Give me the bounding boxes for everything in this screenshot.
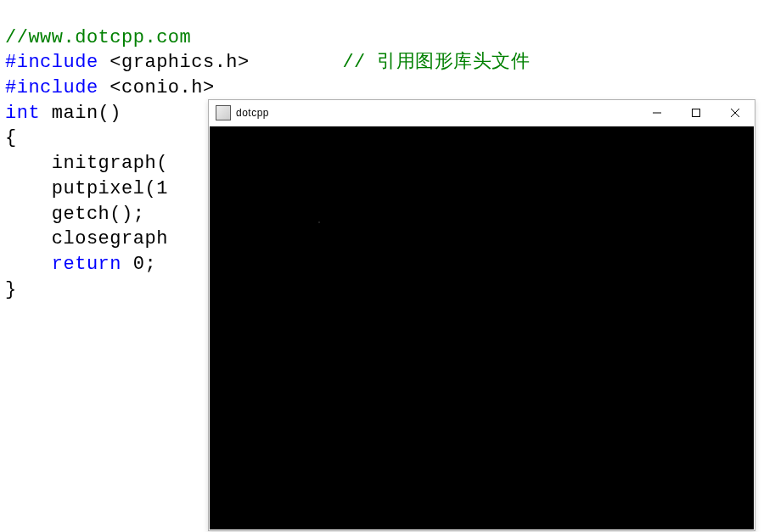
code-statement: closegraph xyxy=(5,228,168,249)
svg-rect-1 xyxy=(693,109,700,117)
output-window: dotcpp xyxy=(208,99,755,531)
code-main: main() xyxy=(52,103,121,124)
code-brace: } xyxy=(5,279,17,300)
window-controls xyxy=(637,100,755,126)
app-icon xyxy=(216,105,231,120)
close-icon xyxy=(731,109,739,117)
code-preprocessor: #include xyxy=(5,52,110,73)
code-keyword: int xyxy=(5,103,52,124)
graphics-canvas xyxy=(210,126,754,529)
close-button[interactable] xyxy=(716,100,755,126)
code-statement: initgraph( xyxy=(5,153,168,174)
window-titlebar[interactable]: dotcpp xyxy=(209,100,755,126)
code-statement: putpixel(1 xyxy=(5,178,168,199)
code-statement: getch(); xyxy=(5,204,144,225)
code-brace: { xyxy=(5,127,17,148)
pixel-output xyxy=(318,221,320,223)
code-comment: // 引用图形库头文件 xyxy=(342,52,530,73)
minimize-button[interactable] xyxy=(637,100,677,126)
code-include-file: <conio.h> xyxy=(110,77,214,98)
code-preprocessor: #include xyxy=(5,77,110,98)
code-comment: //www.dotcpp.com xyxy=(5,27,191,48)
code-include-file: <graphics.h> xyxy=(110,52,249,73)
window-title: dotcpp xyxy=(236,107,637,119)
maximize-icon xyxy=(692,109,700,117)
minimize-icon xyxy=(653,109,661,117)
maximize-button[interactable] xyxy=(677,100,716,126)
code-return-val: 0; xyxy=(133,254,156,275)
code-keyword: return xyxy=(52,254,133,275)
